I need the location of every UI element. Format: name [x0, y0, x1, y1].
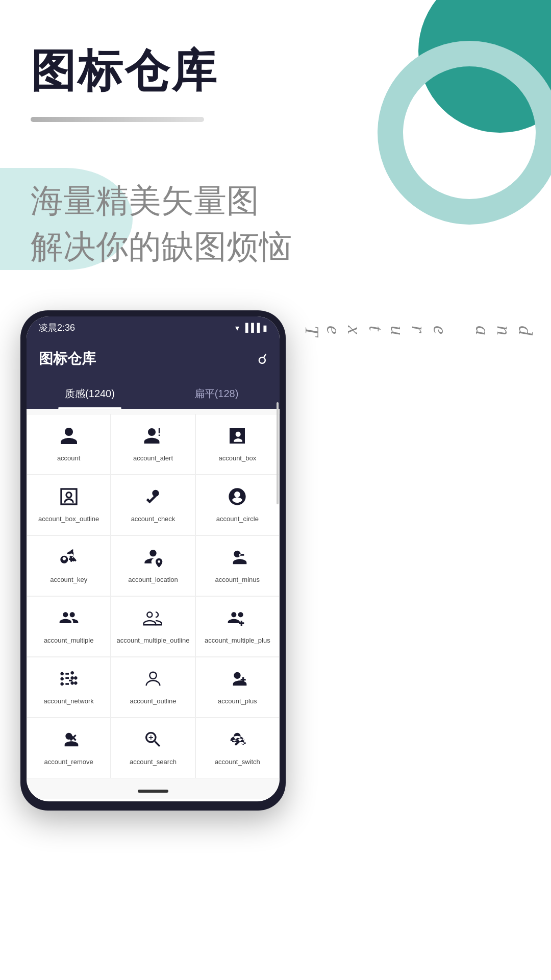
tab-flat-label: 扁平(128) — [194, 388, 239, 399]
status-bar: 凌晨2:36 ▾ ▐▐▐ ▮ — [27, 316, 280, 339]
svg-point-3 — [149, 672, 156, 678]
account-network-label: account_network — [44, 697, 94, 706]
account-key-icon — [59, 547, 79, 571]
status-icons: ▾ ▐▐▐ ▮ — [235, 323, 267, 333]
mockup-section: 凌晨2:36 ▾ ▐▐▐ ▮ 图标仓库 ☌ 质感(1240) 扁平(128) — [0, 310, 551, 811]
account-outline-label: account_outline — [130, 697, 176, 706]
icon-cell-account[interactable]: account — [27, 414, 111, 475]
account-alert-icon — [143, 426, 163, 449]
account-remove-label: account_remove — [44, 758, 93, 767]
account-label: account — [57, 454, 81, 463]
icon-cell-account-alert[interactable]: account_alert — [111, 414, 195, 475]
icon-cell-account-multiple-plus[interactable]: account_multiple_plus — [195, 596, 280, 657]
icon-cell-account-remove[interactable]: account_remove — [27, 718, 111, 778]
battery-icon: ▮ — [263, 323, 267, 333]
svg-point-1 — [66, 493, 71, 498]
icon-cell-account-minus[interactable]: account_minus — [195, 535, 280, 596]
tabs-bar: 质感(1240) 扁平(128) — [27, 379, 280, 409]
account-minus-label: account_minus — [215, 576, 260, 584]
account-plus-label: account_plus — [218, 697, 257, 706]
title-divider — [31, 117, 204, 122]
tab-flat[interactable]: 扁平(128) — [153, 379, 280, 409]
account-plus-icon — [227, 669, 247, 692]
account-multiple-plus-icon — [227, 608, 247, 631]
icon-cell-account-switch[interactable]: account_switch — [195, 718, 280, 778]
icon-cell-account-plus[interactable]: account_plus — [195, 657, 280, 718]
account-switch-icon — [227, 729, 247, 753]
account-check-label: account_check — [131, 515, 176, 524]
account-multiple-icon — [59, 608, 79, 631]
status-time: 凌晨2:36 — [39, 322, 75, 334]
icon-cell-account-search[interactable]: account_search — [111, 718, 195, 778]
account-icon — [59, 426, 79, 449]
svg-point-2 — [147, 612, 152, 617]
account-box-icon — [227, 426, 247, 449]
account-search-icon — [143, 729, 163, 753]
account-box-outline-label: account_box_outline — [38, 515, 99, 524]
account-alert-label: account_alert — [133, 454, 173, 463]
icon-cell-account-check[interactable]: account_check — [111, 475, 195, 535]
subtitle-text: 海量精美矢量图 解决你的缺图烦恼 — [31, 178, 520, 270]
icon-cell-account-location[interactable]: account_location — [111, 535, 195, 596]
account-remove-icon — [59, 729, 79, 753]
wifi-icon: ▾ — [235, 323, 239, 333]
account-search-label: account_search — [130, 758, 177, 767]
tab-texture-label: 质感(1240) — [65, 388, 115, 399]
account-multiple-outline-icon — [143, 608, 163, 631]
icon-cell-account-circle[interactable]: account_circle — [195, 475, 280, 535]
icon-cell-account-network[interactable]: account_network — [27, 657, 111, 718]
subtitle-line2: 解决你的缺图烦恼 — [31, 228, 292, 265]
account-box-outline-icon — [59, 486, 79, 510]
subtitle-section: 海量精美矢量图 解决你的缺图烦恼 — [0, 158, 551, 290]
account-minus-icon — [227, 547, 247, 571]
icon-cell-account-box[interactable]: account_box — [195, 414, 280, 475]
vertical-text-section: Textureandflatness allintheiconlibrary — [301, 326, 551, 340]
account-outline-icon — [143, 669, 163, 692]
account-multiple-outline-label: account_multiple_outline — [116, 636, 189, 645]
home-bar — [138, 790, 168, 793]
icon-cell-account-key[interactable]: account_key — [27, 535, 111, 596]
account-network-icon — [59, 669, 79, 692]
account-multiple-label: account_multiple — [44, 636, 94, 645]
page-title: 图标仓库 — [0, 0, 551, 102]
phone-home-indicator — [27, 783, 280, 799]
vertical-text-col1: Textureandflatness — [301, 326, 551, 340]
account-circle-icon — [227, 486, 247, 510]
icon-cell-account-box-outline[interactable]: account_box_outline — [27, 475, 111, 535]
phone-screen: 凌晨2:36 ▾ ▐▐▐ ▮ 图标仓库 ☌ 质感(1240) 扁平(128) — [27, 316, 280, 801]
tab-texture[interactable]: 质感(1240) — [27, 379, 153, 409]
account-key-label: account_key — [50, 576, 87, 584]
app-bar-title: 图标仓库 — [39, 349, 96, 369]
signal-icon: ▐▐▐ — [242, 323, 260, 332]
icon-cell-account-multiple-outline[interactable]: account_multiple_outline — [111, 596, 195, 657]
app-bar: 图标仓库 ☌ — [27, 339, 280, 379]
search-button[interactable]: ☌ — [258, 351, 267, 368]
account-location-label: account_location — [128, 576, 178, 584]
account-circle-label: account_circle — [216, 515, 259, 524]
account-location-icon — [143, 547, 163, 571]
account-multiple-plus-label: account_multiple_plus — [205, 636, 270, 645]
icon-cell-account-outline[interactable]: account_outline — [111, 657, 195, 718]
phone-frame: 凌晨2:36 ▾ ▐▐▐ ▮ 图标仓库 ☌ 质感(1240) 扁平(128) — [20, 310, 286, 811]
icon-grid: account account_alert account_box — [27, 409, 280, 783]
account-switch-label: account_switch — [215, 758, 260, 767]
account-box-label: account_box — [218, 454, 256, 463]
icon-cell-account-multiple[interactable]: account_multiple — [27, 596, 111, 657]
scroll-bar — [277, 402, 279, 504]
account-check-icon — [143, 486, 163, 510]
subtitle-line1: 海量精美矢量图 — [31, 182, 259, 219]
